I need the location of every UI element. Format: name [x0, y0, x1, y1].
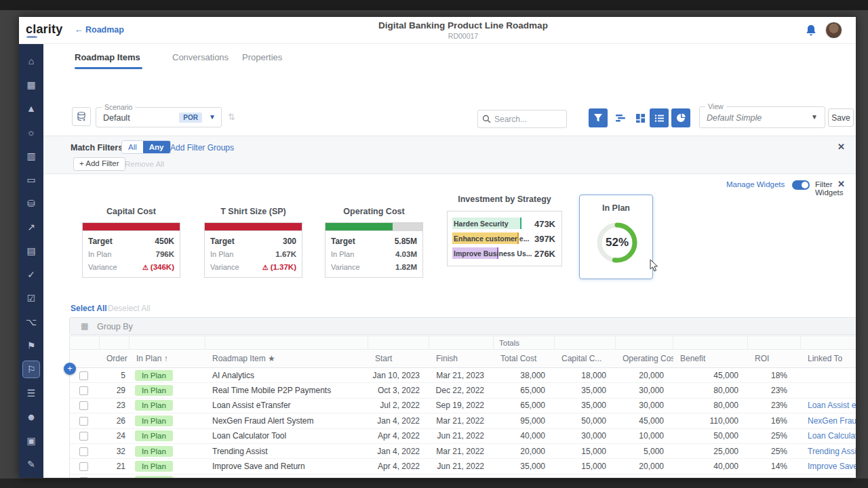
scenario-compare-icon[interactable]: ⇅: [228, 112, 235, 122]
filter-button[interactable]: [589, 108, 608, 127]
data-database-icon[interactable]: ⛁: [22, 195, 40, 212]
col-in-plan[interactable]: In Plan ↑: [130, 354, 205, 363]
tasks-check-icon[interactable]: ✓: [22, 266, 40, 283]
roadmap-item-name[interactable]: Real Time Mobile P2P Payments: [205, 386, 368, 395]
linked-to-link[interactable]: Economic pattern ▾: [801, 476, 856, 478]
add-filter-groups-link[interactable]: Add Filter Groups: [170, 143, 234, 152]
strategy-row[interactable]: Harden Security473K: [454, 216, 555, 231]
table-row[interactable]: 19 In Plan Economic pattern analytic eng…: [70, 474, 856, 478]
row-checkbox[interactable]: [79, 417, 88, 426]
table-row[interactable]: 32 In Plan Trending Assist Jan 4, 2022 M…: [70, 444, 856, 459]
roadmap-item-name[interactable]: Economic pattern analytic engine: [205, 476, 368, 478]
table-row[interactable]: 24 In Plan Loan Calculator Tool Apr 4, 2…: [70, 429, 856, 444]
col-benefit[interactable]: Benefit: [673, 354, 748, 363]
manage-widgets-link[interactable]: Manage Widgets: [726, 180, 785, 188]
admin-user-icon[interactable]: ✎: [22, 455, 40, 473]
col-start[interactable]: Start: [368, 354, 429, 363]
grid-view-button[interactable]: [650, 108, 669, 127]
view-select[interactable]: View Default Simple ▼: [699, 106, 825, 128]
home-icon[interactable]: ⌂: [22, 52, 40, 70]
col-linked-to[interactable]: Linked To: [801, 354, 856, 363]
col-finish[interactable]: Finish: [429, 354, 494, 363]
insights-chart-icon[interactable]: ▲: [22, 100, 40, 117]
col-total-cost[interactable]: Total Cost: [494, 354, 555, 363]
col-roadmap-item[interactable]: Roadmap Item ★: [205, 354, 368, 363]
select-all-link[interactable]: Select All: [71, 304, 107, 313]
documents-icon[interactable]: ▣: [22, 432, 40, 449]
investment-by-strategy-widget[interactable]: Investment by Strategy Harden Security47…: [447, 208, 562, 266]
row-checkbox[interactable]: [79, 401, 88, 410]
linked-to-link[interactable]: NexGen Fraud Ale: [801, 416, 856, 426]
tab-roadmap-items[interactable]: Roadmap Items: [75, 52, 140, 62]
group-by-bar[interactable]: ▦ Group By: [69, 317, 856, 335]
capital-cost-widget[interactable]: Capital Cost Target450K In Plan796K Vari…: [82, 207, 180, 278]
financials-trend-icon[interactable]: ↗: [22, 218, 40, 236]
teams-icon[interactable]: ☻: [22, 408, 40, 426]
roadmap-item-name[interactable]: Improve Save and Return: [205, 462, 368, 471]
ideas-icon[interactable]: ☼: [22, 123, 40, 141]
row-checkbox[interactable]: [79, 477, 88, 478]
board-view-button[interactable]: [631, 108, 650, 127]
row-checkbox[interactable]: [79, 447, 88, 456]
roadmap-item-name[interactable]: Loan Assist eTransfer: [205, 401, 368, 410]
table-row[interactable]: 26 In Plan NexGen Fraud Alert System Jan…: [70, 413, 856, 428]
roadmap-item-name[interactable]: NexGen Fraud Alert System: [205, 416, 368, 426]
row-checkbox[interactable]: [79, 432, 88, 441]
add-filter-button[interactable]: + Add Filter: [73, 157, 125, 171]
row-checkbox[interactable]: [79, 462, 88, 471]
deselect-all-link[interactable]: Deselect All: [108, 304, 151, 313]
user-avatar[interactable]: [825, 22, 842, 39]
table-row[interactable]: 29 In Plan Real Time Mobile P2P Payments…: [70, 383, 856, 398]
close-widgets-icon[interactable]: ✕: [837, 179, 845, 189]
checklist-icon[interactable]: ☑: [22, 289, 40, 307]
remove-all-filters-link[interactable]: Remove All: [125, 160, 164, 168]
table-row[interactable]: 21 In Plan Improve Save and Return Apr 4…: [70, 459, 856, 474]
roadmap-item-name[interactable]: AI Analytics: [205, 371, 368, 380]
notifications-bell-icon[interactable]: [804, 24, 818, 37]
scenario-manager-button[interactable]: [72, 107, 91, 126]
row-checkbox[interactable]: [79, 371, 88, 380]
linked-to-link[interactable]: Improve Save and: [801, 462, 856, 471]
roadmap-item-name[interactable]: Trending Assist: [205, 447, 368, 456]
dashboards-monitor-icon[interactable]: ▭: [22, 171, 40, 188]
col-order[interactable]: Order: [100, 354, 130, 363]
linked-to-link[interactable]: Loan Assist eTran: [801, 401, 856, 410]
strategy-row[interactable]: Enhance customer e...397K: [454, 231, 555, 246]
operating-cost-widget[interactable]: Operating Cost Target5.85M In Plan4.03M …: [325, 207, 423, 278]
add-roadmap-item-button[interactable]: +: [64, 363, 76, 375]
match-all-option[interactable]: All: [122, 141, 143, 153]
table-row[interactable]: 5 In Plan AI Analytics Jan 10, 2023 Mar …: [70, 368, 856, 383]
in-plan-donut-widget[interactable]: In Plan 52%: [579, 195, 653, 279]
linked-to-link[interactable]: Loan Calculator T...: [801, 431, 856, 441]
save-view-button[interactable]: Save: [828, 108, 854, 127]
charts-view-button[interactable]: [671, 108, 690, 127]
back-to-roadmap-link[interactable]: ← Roadmap: [75, 25, 124, 35]
filter-widgets-toggle[interactable]: [792, 180, 810, 190]
totals-group-row: Totals: [70, 336, 856, 350]
timeline-view-button[interactable]: [611, 108, 630, 127]
col-capital-cost[interactable]: Capital C...: [555, 354, 616, 363]
plans-clipboard-icon[interactable]: ▤: [22, 242, 40, 260]
projects-flag-icon[interactable]: ⚑: [22, 337, 40, 354]
tshirt-size-widget[interactable]: T Shirt Size (SP) Target300 In Plan1.67K…: [204, 207, 302, 278]
linked-to-link[interactable]: Trending Assist: [801, 447, 856, 456]
scenario-select[interactable]: Scenario Default POR ▼: [96, 107, 222, 127]
row-checkbox[interactable]: [79, 386, 88, 395]
tab-properties[interactable]: Properties: [242, 52, 282, 62]
search-input[interactable]: [494, 111, 562, 127]
scenario-caret-icon[interactable]: ▼: [209, 113, 216, 121]
roadmap-item-name[interactable]: Loan Calculator Tool: [205, 431, 368, 441]
close-filter-panel-icon[interactable]: ✕: [837, 142, 845, 152]
apps-grid-icon[interactable]: ▦: [22, 76, 40, 94]
tab-conversations[interactable]: Conversations: [172, 52, 229, 62]
col-roi[interactable]: ROI: [748, 354, 801, 363]
resource-list-icon[interactable]: ☰: [22, 384, 40, 402]
match-any-option[interactable]: Any: [143, 141, 170, 153]
view-caret-icon[interactable]: ▼: [811, 113, 818, 121]
org-chart-icon[interactable]: ⌥: [22, 313, 40, 331]
col-operating-cost[interactable]: Operating Cost: [616, 354, 673, 363]
roadmaps-icon[interactable]: ⚐: [22, 361, 40, 378]
table-row[interactable]: 23 In Plan Loan Assist eTransfer Jul 2, …: [70, 399, 856, 413]
strategy-row[interactable]: Improve Business Us...276K: [454, 246, 555, 261]
reports-bar-chart-icon[interactable]: ▥: [22, 147, 40, 165]
